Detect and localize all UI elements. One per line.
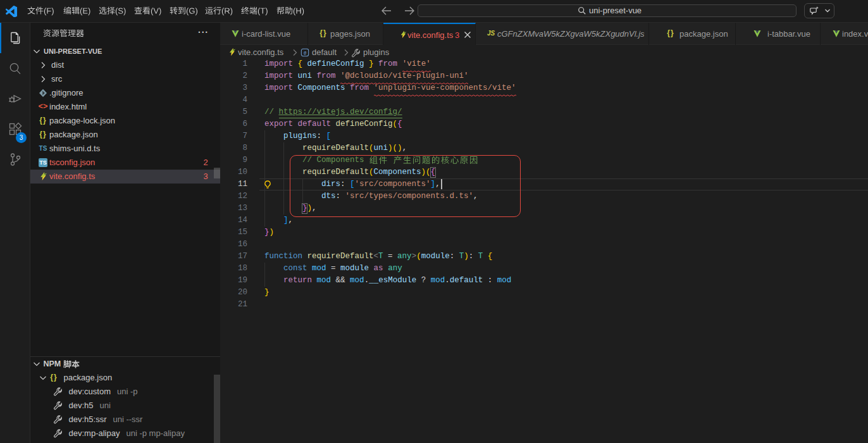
- svg-text:@: @: [304, 51, 307, 56]
